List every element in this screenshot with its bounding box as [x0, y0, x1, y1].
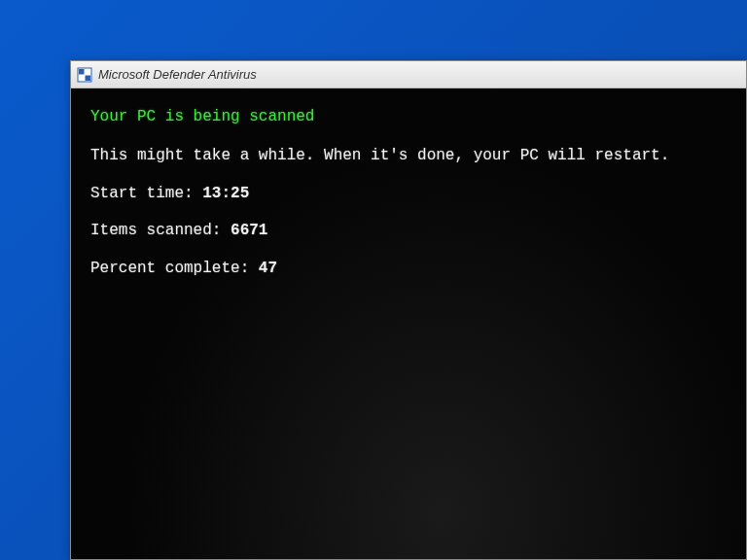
- svg-rect-1: [79, 69, 85, 75]
- items-scanned-value: 6671: [231, 222, 267, 239]
- app-window: Microsoft Defender Antivirus Your PC is …: [70, 60, 747, 560]
- scan-console: Your PC is being scanned This might take…: [71, 88, 746, 559]
- scan-subtext: This might take a while. When it's done,…: [90, 145, 727, 166]
- titlebar: Microsoft Defender Antivirus: [71, 61, 746, 88]
- items-scanned-row: Items scanned: 6671: [90, 220, 727, 241]
- percent-complete-row: Percent complete: 47: [90, 258, 727, 279]
- svg-rect-3: [79, 75, 85, 81]
- scan-heading: Your PC is being scanned: [90, 106, 727, 127]
- start-time-label: Start time:: [90, 185, 202, 202]
- start-time-value: 13:25: [202, 185, 249, 202]
- shield-icon: [77, 67, 92, 83]
- items-scanned-label: Items scanned:: [90, 222, 231, 239]
- percent-complete-value: 47: [259, 260, 277, 277]
- window-title: Microsoft Defender Antivirus: [98, 67, 257, 82]
- svg-rect-4: [86, 75, 91, 81]
- svg-rect-2: [86, 69, 91, 75]
- percent-complete-label: Percent complete:: [90, 260, 259, 277]
- start-time-row: Start time: 13:25: [90, 183, 727, 204]
